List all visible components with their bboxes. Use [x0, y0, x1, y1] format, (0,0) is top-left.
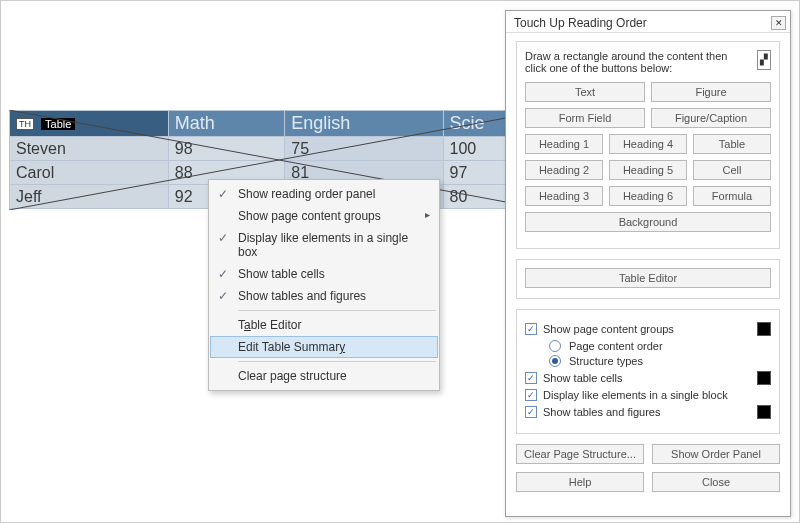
color-swatch[interactable] — [757, 371, 771, 385]
menu-clear-page-structure[interactable]: Clear page structure — [210, 365, 438, 387]
show-groups-checkbox[interactable] — [525, 323, 537, 335]
col-header-english[interactable]: English — [285, 111, 443, 137]
menu-separator — [238, 361, 436, 362]
table-row[interactable]: Steven 98 75 100 — [10, 137, 549, 161]
row-name[interactable]: Carol — [10, 161, 169, 185]
context-menu[interactable]: Show reading order panel Show page conte… — [208, 179, 440, 391]
formfield-button[interactable]: Form Field — [525, 108, 645, 128]
color-swatch[interactable] — [757, 322, 771, 336]
menu-display-like-elements[interactable]: Display like elements in a single box — [210, 227, 438, 263]
menu-separator — [238, 310, 436, 311]
show-table-cells-label: Show table cells — [543, 372, 623, 384]
page-content-order-label: Page content order — [569, 340, 663, 352]
show-groups-label: Show page content groups — [543, 323, 674, 335]
heading4-button[interactable]: Heading 4 — [609, 134, 687, 154]
display-like-label: Display like elements in a single block — [543, 389, 728, 401]
menu-table-editor[interactable]: Table Editor — [210, 314, 438, 336]
show-tables-figures-checkbox[interactable] — [525, 406, 537, 418]
menu-edit-table-summary[interactable]: Edit Table Summary — [210, 336, 438, 358]
cell-button[interactable]: Cell — [693, 160, 771, 180]
color-swatch[interactable] — [757, 405, 771, 419]
close-icon[interactable]: ✕ — [771, 16, 786, 30]
heading5-button[interactable]: Heading 5 — [609, 160, 687, 180]
tag-buttons-group: Draw a rectangle around the content then… — [516, 41, 780, 249]
formula-button[interactable]: Formula — [693, 186, 771, 206]
figure-button[interactable]: Figure — [651, 82, 771, 102]
show-tables-figures-label: Show tables and figures — [543, 406, 660, 418]
dialog-title: Touch Up Reading Order — [514, 16, 647, 30]
menu-show-tables-figures[interactable]: Show tables and figures — [210, 285, 438, 307]
dialog-titlebar[interactable]: Touch Up Reading Order ✕ — [506, 11, 790, 33]
options-group: Show page content groups Page content or… — [516, 309, 780, 434]
show-order-panel-button[interactable]: Show Order Panel — [652, 444, 780, 464]
close-button[interactable]: Close — [652, 472, 780, 492]
row-name[interactable]: Steven — [10, 137, 169, 161]
page-content-order-radio[interactable] — [549, 340, 561, 352]
menu-show-page-content-groups[interactable]: Show page content groups — [210, 205, 438, 227]
heading2-button[interactable]: Heading 2 — [525, 160, 603, 180]
touch-up-reading-order-dialog: Touch Up Reading Order ✕ Draw a rectangl… — [505, 10, 791, 517]
table-editor-group: Table Editor — [516, 259, 780, 299]
structure-types-radio[interactable] — [549, 355, 561, 367]
show-table-cells-checkbox[interactable] — [525, 372, 537, 384]
table-label: Table — [41, 118, 75, 130]
structure-types-label: Structure types — [569, 355, 643, 367]
background-button[interactable]: Background — [525, 212, 771, 232]
text-button[interactable]: Text — [525, 82, 645, 102]
instruction-text: Draw a rectangle around the content then… — [525, 50, 751, 74]
help-button[interactable]: Help — [516, 472, 644, 492]
cell[interactable]: 98 — [168, 137, 284, 161]
th-tag: TH — [16, 118, 34, 130]
clear-page-structure-button[interactable]: Clear Page Structure... — [516, 444, 644, 464]
heading6-button[interactable]: Heading 6 — [609, 186, 687, 206]
menu-show-reading-order[interactable]: Show reading order panel — [210, 183, 438, 205]
figure-caption-button[interactable]: Figure/Caption — [651, 108, 771, 128]
col-header-0[interactable]: TH Table — [10, 111, 169, 137]
cell[interactable]: 75 — [285, 137, 443, 161]
display-like-checkbox[interactable] — [525, 389, 537, 401]
row-name[interactable]: Jeff — [10, 185, 169, 209]
table-button[interactable]: Table — [693, 134, 771, 154]
heading1-button[interactable]: Heading 1 — [525, 134, 603, 154]
table-editor-button[interactable]: Table Editor — [525, 268, 771, 288]
menu-show-table-cells[interactable]: Show table cells — [210, 263, 438, 285]
heading3-button[interactable]: Heading 3 — [525, 186, 603, 206]
col-header-math[interactable]: Math — [168, 111, 284, 137]
reading-order-icon: ▞ — [757, 50, 771, 70]
